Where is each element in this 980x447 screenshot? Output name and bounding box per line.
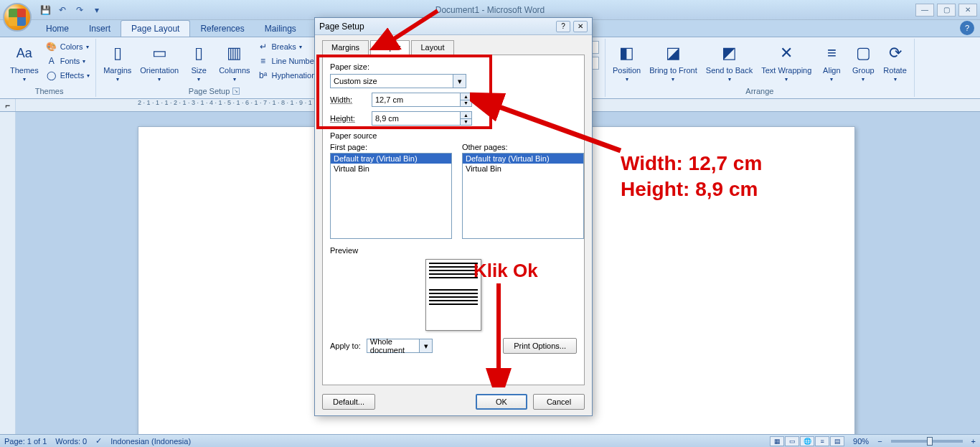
dialog-footer: Default... OK Cancel [322,394,585,410]
office-button[interactable] [3,3,32,32]
bring-front-button[interactable]: ◪Bring to Front▾ [646,40,700,84]
group-button[interactable]: ▢Group▾ [849,40,877,84]
themes-button[interactable]: Aa Themes▾ [7,40,42,84]
dialog-title: Page Setup [319,22,364,32]
other-pages-option-default[interactable]: Default tray (Virtual Bin) [463,154,583,164]
view-outline[interactable]: ≡ [815,436,829,446]
first-page-option-virtual[interactable]: Virtual Bin [331,164,451,174]
quick-access-toolbar: 💾 ↶ ↷ ▾ [39,4,103,17]
width-spin-down[interactable]: ▼ [461,100,471,107]
dialog-help-button[interactable]: ? [556,21,570,32]
chevron-down-icon[interactable]: ▾ [419,339,432,352]
undo-icon[interactable]: ↶ [56,4,69,17]
dialog-content: Paper size: Custom size ▾ Width: 12,7 cm… [322,55,585,385]
send-back-button[interactable]: ◩Send to Back▾ [703,40,755,84]
preview-label: Preview [330,246,577,255]
hyphenation-icon: bª [258,70,269,81]
status-language[interactable]: Indonesian (Indonesia) [110,437,191,446]
dialog-tabs: Margins Paper Layout [322,39,585,55]
tab-references[interactable]: References [190,21,254,37]
customize-qat-icon[interactable]: ▾ [90,4,103,17]
dialog-tab-layout[interactable]: Layout [411,40,453,55]
orientation-icon: ▭ [148,42,171,65]
page-setup-dialog: Page Setup ? ✕ Margins Paper Layout Pape… [314,17,593,416]
margins-icon: ▯ [106,42,129,65]
dialog-tab-margins[interactable]: Margins [322,40,369,55]
first-page-listbox[interactable]: Default tray (Virtual Bin) Virtual Bin [330,153,452,239]
proofing-icon[interactable]: ✓ [95,436,102,446]
zoom-thumb[interactable] [927,437,933,446]
height-input[interactable]: 8,9 cm ▲▼ [372,111,472,126]
zoom-in-button[interactable]: + [971,437,976,446]
view-print-layout[interactable]: ▦ [770,436,784,446]
close-button[interactable]: ✕ [958,4,977,17]
print-options-button[interactable]: Print Options... [503,338,577,354]
dialog-titlebar: Page Setup ? ✕ [315,18,592,35]
dialog-tab-paper[interactable]: Paper [370,40,410,55]
first-page-label: First page: [330,143,452,151]
rotate-icon: ⟳ [884,42,907,65]
width-spin-up[interactable]: ▲ [461,93,471,100]
text-wrapping-icon: ✕ [775,42,798,65]
size-button[interactable]: ▯Size▾ [184,40,213,84]
zoom-out-button[interactable]: − [877,437,882,446]
orientation-button[interactable]: ▭Orientation▾ [137,40,182,84]
tab-selector[interactable]: ⌐ [0,99,16,111]
page-setup-launcher[interactable]: ↘ [232,88,240,95]
size-icon: ▯ [187,42,210,65]
effects-button[interactable]: ◯Effects▾ [44,69,91,82]
other-pages-option-virtual[interactable]: Virtual Bin [463,164,583,174]
zoom-level[interactable]: 90% [853,437,869,446]
group-themes-label: Themes [7,87,91,97]
fonts-button[interactable]: AFonts▾ [44,55,91,67]
bring-front-icon: ◪ [661,42,684,65]
view-draft[interactable]: ▤ [830,436,844,446]
group-icon: ▢ [852,42,875,65]
height-label: Height: [330,114,366,123]
tab-insert[interactable]: Insert [79,21,121,37]
status-words[interactable]: Words: 0 [55,437,87,446]
position-icon: ◧ [616,42,639,65]
save-icon[interactable]: 💾 [39,4,52,17]
default-button[interactable]: Default... [322,394,375,410]
group-arrange: ◧Position▾ ◪Bring to Front▾ ◩Send to Bac… [606,39,915,97]
colors-button[interactable]: 🎨Colors▾ [44,40,91,53]
rotate-button[interactable]: ⟳Rotate▾ [880,40,909,84]
first-page-option-default[interactable]: Default tray (Virtual Bin) [331,154,451,164]
redo-icon[interactable]: ↷ [73,4,86,17]
columns-button[interactable]: ▥Columns▾ [216,40,253,84]
width-input[interactable]: 12,7 cm ▲▼ [372,93,472,107]
align-icon: ≡ [820,42,843,65]
align-button[interactable]: ≡Align▾ [817,40,846,84]
paper-size-combo[interactable]: Custom size ▾ [330,74,466,88]
group-themes: Aa Themes▾ 🎨Colors▾ AFonts▾ ◯Effects▾ Th… [3,39,96,97]
tab-mailings[interactable]: Mailings [255,21,306,37]
zoom-slider[interactable] [891,440,963,443]
cancel-button[interactable]: Cancel [533,394,585,410]
group-page-setup: ▯Margins▾ ▭Orientation▾ ▯Size▾ ▥Columns▾… [96,39,333,97]
view-buttons: ▦ ▭ 🌐 ≡ ▤ [770,436,844,446]
dialog-body: Margins Paper Layout Paper size: Custom … [315,35,592,415]
ok-button[interactable]: OK [476,394,527,410]
minimize-button[interactable]: — [915,4,934,17]
vertical-ruler[interactable] [0,112,16,434]
margins-button[interactable]: ▯Margins▾ [100,40,134,84]
apply-to-combo[interactable]: Whole document ▾ [367,339,433,353]
view-full-screen[interactable]: ▭ [785,436,799,446]
other-pages-listbox[interactable]: Default tray (Virtual Bin) Virtual Bin [462,153,584,239]
dialog-close-button[interactable]: ✕ [573,21,588,32]
height-spin-up[interactable]: ▲ [461,112,471,119]
maximize-button[interactable]: ▢ [937,4,956,17]
position-button[interactable]: ◧Position▾ [610,40,644,84]
tab-page-layout[interactable]: Page Layout [121,20,190,37]
chevron-down-icon[interactable]: ▾ [453,75,466,88]
group-page-setup-label: Page Setup [189,87,230,95]
tab-home[interactable]: Home [36,21,79,37]
apply-to-label: Apply to: [330,342,361,350]
text-wrapping-button[interactable]: ✕Text Wrapping▾ [758,40,814,84]
statusbar: Page: 1 of 1 Words: 0 ✓ Indonesian (Indo… [0,434,980,447]
height-spin-down[interactable]: ▼ [461,119,471,126]
view-web[interactable]: 🌐 [800,436,814,446]
status-page[interactable]: Page: 1 of 1 [4,437,47,446]
help-icon[interactable]: ? [960,21,974,35]
